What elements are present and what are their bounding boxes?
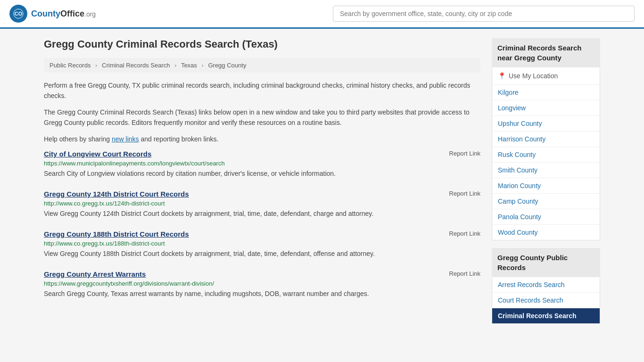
record-entry: Gregg County Arrest Warrants Report Link…: [44, 270, 480, 299]
nearby-link-4[interactable]: Harrison County: [498, 135, 545, 143]
site-logo[interactable]: CO CountyOffice.org: [9, 5, 96, 23]
records-list: City of Longview Court Records Report Li…: [44, 150, 480, 299]
breadcrumb: Public Records › Criminal Records Search…: [44, 58, 480, 73]
nearby-item-2: Longview: [492, 100, 600, 116]
record-entry: City of Longview Court Records Report Li…: [44, 150, 480, 179]
breadcrumb-sep-2: ›: [174, 62, 176, 69]
record-header: Gregg County 188th District Court Record…: [44, 230, 480, 238]
public-records-link-2[interactable]: Criminal Records Search: [498, 312, 577, 320]
search-input[interactable]: [333, 6, 635, 22]
record-url-3: https://www.greggcountytxsheriff.org/div…: [44, 280, 480, 287]
report-link-2[interactable]: Report Link: [449, 230, 480, 237]
public-records-link-1[interactable]: Court Records Search: [498, 296, 563, 304]
record-desc-2: View Gregg County 188th District Court d…: [44, 249, 480, 259]
nearby-item-4: Harrison County: [492, 132, 600, 147]
nearby-link-3[interactable]: Upshur County: [498, 120, 542, 127]
report-link-3[interactable]: Report Link: [449, 270, 480, 277]
nearby-link-10[interactable]: Wood County: [498, 229, 538, 236]
nearby-link-2[interactable]: Longview: [498, 104, 526, 112]
search-container: [333, 6, 635, 22]
page-title: Gregg County Criminal Records Search (Te…: [44, 38, 480, 50]
record-url-2: http://www.co.gregg.tx.us/188th-district…: [44, 240, 480, 247]
record-title-0[interactable]: City of Longview Court Records: [44, 150, 151, 158]
record-desc-1: View Gregg County 124th District Court d…: [44, 209, 480, 219]
record-entry: Gregg County 124th District Court Record…: [44, 190, 480, 219]
description-1: Perform a free Gregg County, TX public c…: [44, 80, 480, 101]
nearby-link-7[interactable]: Marion County: [498, 182, 541, 189]
public-records-section: Gregg County Public Records Arrest Recor…: [492, 248, 600, 324]
record-header: Gregg County 124th District Court Record…: [44, 190, 480, 198]
description-3-prefix: Help others by sharing: [44, 135, 112, 143]
description-2: The Gregg County Criminal Records Search…: [44, 107, 480, 128]
nearby-item-5: Rusk County: [492, 147, 600, 163]
record-title-2[interactable]: Gregg County 188th District Court Record…: [44, 230, 189, 238]
record-url-0: https://www.municipalonlinepayments.com/…: [44, 160, 480, 167]
public-records-item-2: Criminal Records Search: [492, 308, 600, 323]
report-link-0[interactable]: Report Link: [449, 150, 480, 157]
svg-text:CO: CO: [15, 11, 23, 16]
breadcrumb-link-criminal-records[interactable]: Criminal Records Search: [102, 62, 170, 69]
record-url-1: http://www.co.gregg.tx.us/124th-district…: [44, 200, 480, 207]
nearby-item-6: Smith County: [492, 163, 600, 178]
nearby-header: Criminal Records Search near Gregg Count…: [492, 38, 600, 67]
nearby-item-1: Kilgore: [492, 85, 600, 100]
public-records-list: Arrest Records SearchCourt Records Searc…: [492, 277, 600, 324]
public-records-item-0: Arrest Records Search: [492, 277, 600, 293]
site-header: CO CountyOffice.org: [0, 0, 644, 29]
nearby-link-5[interactable]: Rusk County: [498, 151, 536, 158]
nearby-item-7: Marion County: [492, 178, 600, 194]
record-title-1[interactable]: Gregg County 124th District Court Record…: [44, 190, 189, 198]
nearby-item-3: Upshur County: [492, 116, 600, 132]
nearby-link-8[interactable]: Camp County: [498, 197, 538, 205]
nearby-item-9: Panola County: [492, 209, 600, 225]
record-desc-0: Search City of Longview violations recor…: [44, 169, 480, 179]
record-header: City of Longview Court Records Report Li…: [44, 150, 480, 158]
nearby-section: Criminal Records Search near Gregg Count…: [492, 38, 600, 240]
nearby-item-10: Wood County: [492, 225, 600, 240]
breadcrumb-sep-3: ›: [201, 62, 203, 69]
location-icon: 📍: [498, 72, 506, 80]
breadcrumb-link-public-records[interactable]: Public Records: [50, 62, 91, 69]
description-3: Help others by sharing new links and rep…: [44, 134, 480, 144]
record-entry: Gregg County 188th District Court Record…: [44, 230, 480, 259]
record-title-3[interactable]: Gregg County Arrest Warrants: [44, 270, 146, 278]
nearby-link-6[interactable]: Smith County: [498, 166, 537, 174]
logo-icon: CO: [9, 5, 27, 23]
breadcrumb-link-gregg-county[interactable]: Gregg County: [208, 62, 246, 69]
record-header: Gregg County Arrest Warrants Report Link: [44, 270, 480, 278]
public-records-header: Gregg County Public Records: [492, 248, 600, 277]
nearby-link-9[interactable]: Panola County: [498, 213, 541, 221]
new-links-link[interactable]: new links: [112, 135, 139, 143]
main-content: Gregg County Criminal Records Search (Te…: [44, 38, 480, 331]
logo-text: CountyOffice.org: [31, 9, 96, 19]
nearby-link-0[interactable]: Use My Location: [509, 72, 558, 80]
nearby-link-1[interactable]: Kilgore: [498, 89, 519, 96]
public-records-item-1: Court Records Search: [492, 293, 600, 308]
report-link-1[interactable]: Report Link: [449, 190, 480, 197]
nearby-item-0: 📍Use My Location: [492, 67, 600, 85]
breadcrumb-sep-1: ›: [95, 62, 97, 69]
page-container: Gregg County Criminal Records Search (Te…: [34, 29, 610, 341]
nearby-item-8: Camp County: [492, 194, 600, 209]
nearby-list: 📍Use My LocationKilgoreLongviewUpshur Co…: [492, 67, 600, 240]
record-desc-3: Search Gregg County, Texas arrest warran…: [44, 289, 480, 299]
description-3-suffix: and reporting broken links.: [139, 135, 219, 143]
sidebar: Criminal Records Search near Gregg Count…: [492, 38, 600, 331]
breadcrumb-link-texas[interactable]: Texas: [181, 62, 197, 69]
public-records-link-0[interactable]: Arrest Records Search: [498, 281, 565, 288]
